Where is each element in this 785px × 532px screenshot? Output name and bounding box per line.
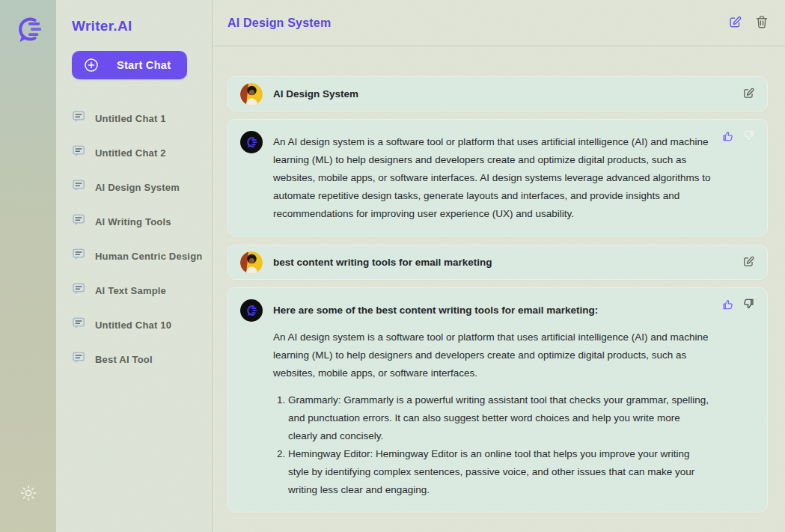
list-item: Grammarly: Grammarly is a powerful writi… [288,391,711,445]
main-panel: AI Design System [213,0,785,532]
app-rail [0,0,56,532]
sidebar-item-untitled-chat-1[interactable]: Untitled Chat 1 [72,109,212,127]
sidebar-item-ai-text-sample[interactable]: AI Text Sample [72,281,212,299]
sidebar-item-human-centric-design[interactable]: Human Centric Design [72,247,212,265]
chat-item-label: AI Design System [95,182,180,193]
assistant-message-card: Here are some of the best content writin… [227,287,768,513]
assistant-message-body: Here are some of the best content writin… [273,299,711,499]
edit-message-button[interactable] [742,87,755,102]
chat-item-label: Untitled Chat 2 [95,147,166,159]
assistant-heading: Here are some of the best content writin… [273,302,711,319]
assistant-message-card: An AI design system is a software tool o… [227,119,768,236]
thumbs-up-button[interactable] [721,129,734,144]
chat-item-label: Best AI Tool [95,354,153,365]
chat-bubble-icon [72,179,85,195]
assistant-paragraph: An AI design system is a software tool o… [273,328,711,382]
sidebar-item-ai-design-system[interactable]: AI Design System [72,178,212,196]
assistant-avatar [240,131,263,153]
sidebar-item-best-ai-tool[interactable]: Best AI Tool [72,350,212,368]
thumbs-down-icon [742,129,755,144]
user-avatar [240,251,263,274]
assistant-message-body: An AI design system is a software tool o… [273,131,711,223]
trash-icon [755,15,769,31]
user-message-card: best content writing tools for email mar… [227,245,768,280]
chat-bubble-icon [72,317,85,333]
user-avatar [240,83,263,106]
sun-icon[interactable] [19,484,37,505]
list-item: Hemingway Editor: Hemingway Editor is an… [288,445,711,499]
start-chat-button[interactable]: Start Chat [72,51,187,79]
thumbs-up-icon [721,298,734,313]
chat-item-label: AI Writing Tools [95,216,171,227]
chat-bubble-icon [72,351,85,367]
user-message-text: best content writing tools for email mar… [273,257,755,268]
sidebar: Writer.AI Start Chat Untitled Chat 1 Unt… [56,0,213,532]
chat-item-label: Human Centric Design [95,251,202,262]
assistant-avatar [240,299,263,322]
chat-item-label: Untitled Chat 10 [95,319,171,331]
thumbs-up-icon [721,129,734,144]
rename-chat-button[interactable] [728,15,742,31]
chat-list: Untitled Chat 1 Untitled Chat 2 AI Desig… [72,109,212,368]
assistant-paragraph: An AI design system is a software tool o… [273,133,711,223]
thumbs-down-button[interactable] [742,129,755,144]
edit-pencil-icon [742,255,755,270]
plus-circle-icon [84,58,99,73]
chat-bubble-icon [72,282,85,299]
delete-chat-button[interactable] [755,15,769,31]
thumbs-down-icon [742,298,755,313]
chat-header: AI Design System [213,0,785,46]
edit-pencil-icon [728,15,742,31]
chat-title: AI Design System [227,16,331,30]
edit-message-button[interactable] [742,255,755,270]
writer-logo-icon[interactable] [11,12,46,49]
user-message-card: AI Design System [227,76,768,111]
app-title: Writer.AI [72,18,212,34]
chat-bubble-icon [72,248,85,264]
chat-bubble-icon [72,144,85,161]
chat-bubble-icon [72,213,85,230]
sidebar-item-untitled-chat-2[interactable]: Untitled Chat 2 [72,144,212,162]
chat-bubble-icon [72,110,85,126]
user-message-text: AI Design System [273,88,755,100]
sidebar-item-ai-writing-tools[interactable]: AI Writing Tools [72,213,212,230]
start-chat-label: Start Chat [117,59,171,71]
chat-item-label: AI Text Sample [95,285,166,296]
edit-pencil-icon [742,87,755,102]
sidebar-item-untitled-chat-10[interactable]: Untitled Chat 10 [72,316,212,334]
thumbs-up-button[interactable] [721,298,734,313]
assistant-list: Grammarly: Grammarly is a powerful writi… [275,391,711,499]
messages-area: AI Design System An AI design system is … [213,46,785,532]
chat-item-label: Untitled Chat 1 [95,113,166,124]
thumbs-down-button[interactable] [742,298,755,313]
